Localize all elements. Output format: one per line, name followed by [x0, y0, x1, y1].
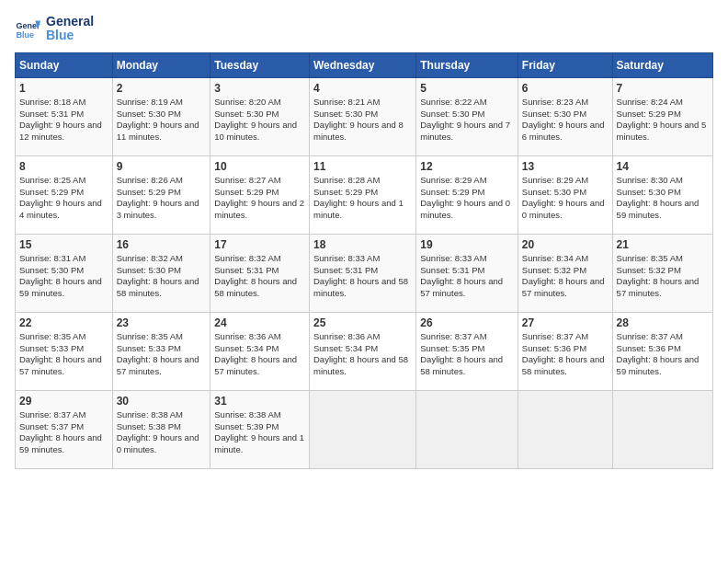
day-number: 28	[617, 316, 709, 329]
day-info: Sunrise: 8:30 AMSunset: 5:30 PMDaylight:…	[617, 175, 709, 222]
calendar-cell: 7Sunrise: 8:24 AMSunset: 5:29 PMDaylight…	[612, 77, 712, 155]
day-info: Sunrise: 8:38 AMSunset: 5:39 PMDaylight:…	[214, 409, 305, 456]
day-number: 10	[214, 160, 305, 173]
day-number: 11	[313, 160, 412, 173]
day-info: Sunrise: 8:22 AMSunset: 5:30 PMDaylight:…	[420, 97, 514, 144]
day-info: Sunrise: 8:20 AMSunset: 5:30 PMDaylight:…	[214, 97, 305, 144]
calendar-header: SundayMondayTuesdayWednesdayThursdayFrid…	[16, 52, 713, 77]
calendar-cell: 9Sunrise: 8:26 AMSunset: 5:29 PMDaylight…	[112, 155, 210, 234]
day-info: Sunrise: 8:37 AMSunset: 5:36 PMDaylight:…	[617, 331, 709, 378]
day-info: Sunrise: 8:34 AMSunset: 5:32 PMDaylight:…	[522, 253, 609, 300]
calendar-cell: 20Sunrise: 8:34 AMSunset: 5:32 PMDayligh…	[518, 234, 612, 312]
calendar-cell: 24Sunrise: 8:36 AMSunset: 5:34 PMDayligh…	[210, 312, 310, 390]
day-info: Sunrise: 8:24 AMSunset: 5:29 PMDaylight:…	[617, 97, 709, 144]
calendar-week-row: 22Sunrise: 8:35 AMSunset: 5:33 PMDayligh…	[16, 312, 713, 390]
day-info: Sunrise: 8:29 AMSunset: 5:30 PMDaylight:…	[522, 175, 609, 222]
calendar-cell: 30Sunrise: 8:38 AMSunset: 5:38 PMDayligh…	[112, 390, 210, 468]
calendar-cell: 23Sunrise: 8:35 AMSunset: 5:33 PMDayligh…	[112, 312, 210, 390]
logo-blue: Blue	[46, 29, 94, 42]
day-number: 29	[19, 395, 108, 408]
day-number: 4	[313, 82, 412, 95]
day-info: Sunrise: 8:35 AMSunset: 5:32 PMDaylight:…	[617, 253, 709, 300]
calendar-cell: 6Sunrise: 8:23 AMSunset: 5:30 PMDaylight…	[518, 77, 612, 155]
day-info: Sunrise: 8:36 AMSunset: 5:34 PMDaylight:…	[214, 331, 305, 378]
calendar-cell	[612, 390, 712, 468]
day-info: Sunrise: 8:23 AMSunset: 5:30 PMDaylight:…	[522, 97, 609, 144]
day-number: 15	[19, 238, 108, 251]
day-number: 12	[420, 160, 514, 173]
calendar-week-row: 15Sunrise: 8:31 AMSunset: 5:30 PMDayligh…	[16, 234, 713, 312]
day-number: 2	[117, 82, 207, 95]
day-info: Sunrise: 8:35 AMSunset: 5:33 PMDaylight:…	[117, 331, 207, 378]
calendar-table: SundayMondayTuesdayWednesdayThursdayFrid…	[15, 52, 713, 469]
calendar-cell: 28Sunrise: 8:37 AMSunset: 5:36 PMDayligh…	[612, 312, 712, 390]
day-info: Sunrise: 8:36 AMSunset: 5:34 PMDaylight:…	[313, 331, 412, 378]
calendar-cell: 4Sunrise: 8:21 AMSunset: 5:30 PMDaylight…	[310, 77, 416, 155]
calendar-cell: 31Sunrise: 8:38 AMSunset: 5:39 PMDayligh…	[210, 390, 310, 468]
day-info: Sunrise: 8:32 AMSunset: 5:31 PMDaylight:…	[214, 253, 305, 300]
day-number: 21	[617, 238, 709, 251]
calendar-cell: 1Sunrise: 8:18 AMSunset: 5:31 PMDaylight…	[16, 77, 113, 155]
day-info: Sunrise: 8:29 AMSunset: 5:29 PMDaylight:…	[420, 175, 514, 222]
logo-icon: General Blue	[15, 16, 40, 41]
calendar-cell	[518, 390, 612, 468]
calendar-body: 1Sunrise: 8:18 AMSunset: 5:31 PMDaylight…	[16, 77, 713, 468]
day-number: 27	[522, 316, 609, 329]
calendar-cell: 13Sunrise: 8:29 AMSunset: 5:30 PMDayligh…	[518, 155, 612, 234]
calendar-cell: 21Sunrise: 8:35 AMSunset: 5:32 PMDayligh…	[612, 234, 712, 312]
day-info: Sunrise: 8:31 AMSunset: 5:30 PMDaylight:…	[19, 253, 108, 300]
calendar-week-row: 8Sunrise: 8:25 AMSunset: 5:29 PMDaylight…	[16, 155, 713, 234]
page-header: General Blue General Blue	[15, 15, 713, 43]
day-number: 3	[214, 82, 305, 95]
calendar-cell: 5Sunrise: 8:22 AMSunset: 5:30 PMDaylight…	[416, 77, 518, 155]
calendar-cell: 26Sunrise: 8:37 AMSunset: 5:35 PMDayligh…	[416, 312, 518, 390]
day-number: 13	[522, 160, 609, 173]
logo: General Blue General Blue	[15, 15, 94, 43]
calendar-cell: 8Sunrise: 8:25 AMSunset: 5:29 PMDaylight…	[16, 155, 113, 234]
header-day-monday: Monday	[112, 52, 210, 77]
calendar-week-row: 29Sunrise: 8:37 AMSunset: 5:37 PMDayligh…	[16, 390, 713, 468]
day-info: Sunrise: 8:33 AMSunset: 5:31 PMDaylight:…	[420, 253, 514, 300]
day-number: 1	[19, 82, 108, 95]
header-row: SundayMondayTuesdayWednesdayThursdayFrid…	[16, 52, 713, 77]
day-number: 5	[420, 82, 514, 95]
calendar-cell	[310, 390, 416, 468]
calendar-cell: 16Sunrise: 8:32 AMSunset: 5:30 PMDayligh…	[112, 234, 210, 312]
header-day-tuesday: Tuesday	[210, 52, 310, 77]
day-info: Sunrise: 8:21 AMSunset: 5:30 PMDaylight:…	[313, 97, 412, 144]
day-info: Sunrise: 8:19 AMSunset: 5:30 PMDaylight:…	[117, 97, 207, 144]
svg-text:Blue: Blue	[16, 30, 34, 40]
calendar-cell: 11Sunrise: 8:28 AMSunset: 5:29 PMDayligh…	[310, 155, 416, 234]
calendar-cell: 29Sunrise: 8:37 AMSunset: 5:37 PMDayligh…	[16, 390, 113, 468]
day-number: 19	[420, 238, 514, 251]
calendar-cell	[416, 390, 518, 468]
day-info: Sunrise: 8:38 AMSunset: 5:38 PMDaylight:…	[117, 409, 207, 456]
calendar-cell: 27Sunrise: 8:37 AMSunset: 5:36 PMDayligh…	[518, 312, 612, 390]
day-info: Sunrise: 8:35 AMSunset: 5:33 PMDaylight:…	[19, 331, 108, 378]
day-number: 8	[19, 160, 108, 173]
day-number: 9	[117, 160, 207, 173]
logo-general: General	[46, 15, 94, 29]
day-info: Sunrise: 8:25 AMSunset: 5:29 PMDaylight:…	[19, 175, 108, 222]
calendar-cell: 19Sunrise: 8:33 AMSunset: 5:31 PMDayligh…	[416, 234, 518, 312]
day-info: Sunrise: 8:37 AMSunset: 5:37 PMDaylight:…	[19, 409, 108, 456]
day-info: Sunrise: 8:26 AMSunset: 5:29 PMDaylight:…	[117, 175, 207, 222]
header-day-saturday: Saturday	[612, 52, 712, 77]
day-number: 17	[214, 238, 305, 251]
header-day-wednesday: Wednesday	[310, 52, 416, 77]
day-info: Sunrise: 8:33 AMSunset: 5:31 PMDaylight:…	[313, 253, 412, 300]
day-number: 23	[117, 316, 207, 329]
day-info: Sunrise: 8:37 AMSunset: 5:36 PMDaylight:…	[522, 331, 609, 378]
day-number: 18	[313, 238, 412, 251]
calendar-cell: 18Sunrise: 8:33 AMSunset: 5:31 PMDayligh…	[310, 234, 416, 312]
day-info: Sunrise: 8:32 AMSunset: 5:30 PMDaylight:…	[117, 253, 207, 300]
day-info: Sunrise: 8:18 AMSunset: 5:31 PMDaylight:…	[19, 97, 108, 144]
day-number: 16	[117, 238, 207, 251]
calendar-cell: 14Sunrise: 8:30 AMSunset: 5:30 PMDayligh…	[612, 155, 712, 234]
day-number: 26	[420, 316, 514, 329]
day-info: Sunrise: 8:37 AMSunset: 5:35 PMDaylight:…	[420, 331, 514, 378]
calendar-cell: 12Sunrise: 8:29 AMSunset: 5:29 PMDayligh…	[416, 155, 518, 234]
calendar-week-row: 1Sunrise: 8:18 AMSunset: 5:31 PMDaylight…	[16, 77, 713, 155]
header-day-thursday: Thursday	[416, 52, 518, 77]
header-day-sunday: Sunday	[16, 52, 113, 77]
